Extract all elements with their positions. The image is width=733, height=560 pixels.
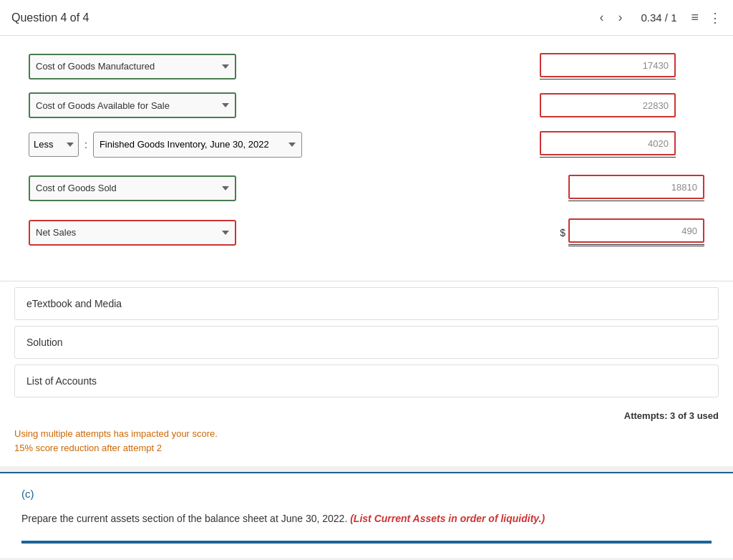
value-input-5[interactable]	[568, 218, 704, 243]
accordion-accounts[interactable]: List of Accounts	[14, 365, 719, 397]
score-display: 0.34 / 1	[641, 11, 676, 24]
bottom-section: eTextbook and Media Solution List of Acc…	[0, 281, 733, 466]
underline-1	[540, 79, 676, 79]
value-input-3[interactable]	[540, 131, 676, 155]
main-form-card: Cost of Goods Manufactured Cost of Goods…	[0, 36, 733, 281]
form-row-4: Cost of Goods Sold	[29, 175, 704, 201]
account-select-4[interactable]: Cost of Goods Sold	[29, 175, 236, 201]
dollar-sign: $	[560, 227, 565, 238]
input-col1-row2	[540, 93, 676, 117]
blue-bar	[21, 541, 712, 544]
section-c: (c) Prepare the current assets section o…	[0, 472, 733, 558]
section-c-highlight: (List Current Assets in order of liquidi…	[350, 513, 545, 524]
input-wrapper-3	[540, 131, 676, 158]
prev-button[interactable]: ‹	[595, 7, 608, 28]
nav-controls: ‹ ›	[595, 7, 626, 28]
underline-4	[568, 201, 704, 201]
underline-3	[540, 157, 676, 158]
account-select-5[interactable]: Net Sales	[29, 220, 236, 246]
accordion-etextbook[interactable]: eTextbook and Media	[14, 287, 719, 320]
header: Question 4 of 4 ‹ › 0.34 / 1 ≡ ⋮	[0, 0, 733, 36]
section-c-text: Prepare the current assets section of th…	[21, 511, 712, 526]
form-row-5: Net Sales $	[29, 218, 704, 246]
account-select-2[interactable]: Cost of Goods Available for Sale	[29, 92, 236, 118]
form-row-3: Less : Finished Goods Inventory, June 30…	[29, 131, 704, 158]
input-col2-row5: $	[560, 218, 704, 246]
input-wrapper-1	[540, 53, 676, 79]
accordion-solution[interactable]: Solution	[14, 326, 719, 359]
input-wrapper-5	[568, 218, 704, 246]
double-underline-5	[568, 244, 704, 246]
detail-select-3[interactable]: Finished Goods Inventory, June 30, 2022	[93, 132, 302, 158]
header-icons: ≡ ⋮	[691, 10, 722, 26]
form-row-2: Cost of Goods Available for Sale	[29, 92, 704, 118]
value-input-2[interactable]	[540, 93, 676, 117]
list-icon-button[interactable]: ≡	[691, 10, 699, 26]
input-col1-row3	[540, 131, 676, 158]
attempts-display: Attempts: 3 of 3 used	[0, 403, 733, 424]
less-select[interactable]: Less	[29, 132, 79, 157]
account-select-1[interactable]: Cost of Goods Manufactured	[29, 54, 236, 79]
question-label: Question 4 of 4	[11, 11, 595, 24]
input-col2-row4	[568, 175, 704, 201]
form-row-1: Cost of Goods Manufactured	[29, 53, 704, 79]
input-wrapper-2	[540, 93, 676, 117]
colon-separator: :	[84, 139, 87, 150]
value-input-1[interactable]	[540, 53, 676, 77]
value-input-4[interactable]	[568, 175, 704, 199]
input-wrapper-4	[568, 175, 704, 201]
warning-text: Using multiple attempts has impacted you…	[0, 424, 733, 466]
input-col1-row1	[540, 53, 676, 79]
more-icon-button[interactable]: ⋮	[709, 10, 722, 26]
next-button[interactable]: ›	[613, 7, 626, 28]
section-c-label: (c)	[21, 488, 712, 500]
